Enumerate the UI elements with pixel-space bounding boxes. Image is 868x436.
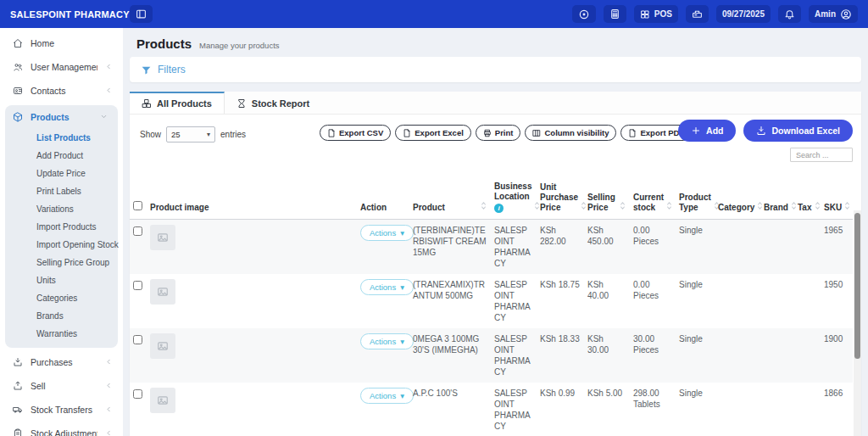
- sort-icon[interactable]: [480, 201, 487, 213]
- tab-all-products[interactable]: All Products: [130, 92, 225, 114]
- tab-stock-report[interactable]: Stock Report: [225, 92, 321, 114]
- sidebar-item-user-management[interactable]: User Management: [0, 55, 123, 79]
- cell-brand: [760, 328, 794, 383]
- sidebar-item-label: Purchases: [31, 357, 97, 367]
- filters-panel[interactable]: Filters: [130, 57, 861, 82]
- sidebar-item-list-products[interactable]: List Products: [5, 129, 118, 147]
- cell-action: Actions▾: [357, 383, 409, 436]
- export-csv-button[interactable]: Export CSV: [320, 125, 391, 141]
- sidebar-item-selling-price-group[interactable]: Selling Price Group: [5, 254, 118, 271]
- download-icon: [756, 126, 766, 136]
- tab-label: Stock Report: [252, 98, 309, 109]
- sidebar-item-import-opening-stock[interactable]: Import Opening Stock: [5, 236, 118, 254]
- row-checkbox[interactable]: [133, 281, 142, 290]
- user-menu[interactable]: Amin: [809, 5, 858, 23]
- column-header-action: Action: [357, 178, 409, 220]
- sidebar-item-units[interactable]: Units: [5, 271, 118, 289]
- show-label: Show: [140, 130, 161, 139]
- sort-icon[interactable]: [580, 201, 587, 213]
- chevron-left-icon: [105, 381, 113, 391]
- cell-category: [715, 383, 760, 436]
- export-excel-button[interactable]: Export Excel: [395, 125, 471, 141]
- clock-in-button[interactable]: [572, 5, 596, 23]
- sidebar-item-label: Products: [31, 112, 92, 122]
- home-icon: [13, 38, 23, 48]
- filter-icon: [141, 64, 152, 75]
- entries-select[interactable]: 25 ▾: [166, 126, 215, 143]
- date-display[interactable]: 09/27/2025: [716, 5, 771, 23]
- sidebar-item-categories[interactable]: Categories: [5, 289, 118, 307]
- actions-label: Actions: [370, 282, 396, 292]
- sidebar-item-variations[interactable]: Variations: [5, 200, 118, 218]
- row-checkbox[interactable]: [133, 335, 142, 344]
- add-button-label: Add: [706, 126, 723, 136]
- sidebar-item-brands[interactable]: Brands: [5, 307, 118, 325]
- column-label: Selling Price: [587, 193, 615, 212]
- download-excel-button[interactable]: Download Excel: [743, 120, 853, 142]
- product-image-placeholder: [150, 279, 175, 305]
- filters-label: Filters: [158, 64, 186, 75]
- pos-grid-icon: [640, 9, 650, 20]
- cell-tax: [794, 383, 821, 436]
- row-actions-button[interactable]: Actions▾: [360, 388, 414, 404]
- sidebar-item-home[interactable]: Home: [0, 31, 123, 55]
- cell-sku: 1950: [821, 274, 853, 328]
- row-checkbox[interactable]: [133, 389, 142, 399]
- sidebar-item-label: Home: [31, 38, 114, 48]
- actions-label: Actions: [370, 391, 396, 400]
- sidebar-toggle-button[interactable]: [130, 5, 153, 23]
- chevron-left-icon: [105, 62, 113, 72]
- column-visibility-button[interactable]: Column visibility: [525, 125, 616, 141]
- header-label-box: Product: [413, 203, 445, 213]
- search-input[interactable]: [790, 148, 853, 162]
- sort-icon[interactable]: [756, 201, 764, 213]
- cell-tax: [794, 220, 821, 275]
- sort-icon[interactable]: [814, 201, 821, 213]
- print-button[interactable]: Print: [476, 125, 521, 141]
- select-all-checkbox[interactable]: [133, 201, 142, 210]
- sidebar-item-label: Sell: [31, 381, 97, 391]
- vertical-scrollbar[interactable]: [854, 210, 861, 436]
- pos-button[interactable]: POS: [634, 5, 678, 23]
- cell-current-stock: 0.00 Pieces: [630, 220, 676, 275]
- header-label-box: Category: [718, 203, 754, 213]
- scrollbar-thumb[interactable]: [854, 213, 860, 359]
- sidebar-item-contacts[interactable]: Contacts: [0, 79, 123, 103]
- row-actions-button[interactable]: Actions▾: [360, 225, 414, 241]
- brand-area: SALESPOINT PHARMACY: [0, 9, 123, 20]
- sidebar-item-sell[interactable]: Sell: [0, 374, 123, 398]
- sidebar-item-add-product[interactable]: Add Product: [5, 147, 118, 165]
- cell-product-type: Single: [676, 220, 715, 275]
- header-cell: Product image: [150, 203, 353, 213]
- column-header-current-stock: Current stock: [630, 178, 676, 220]
- sidebar-item-products[interactable]: Products: [5, 105, 118, 129]
- sort-icon[interactable]: [790, 201, 798, 213]
- cell-brand: [760, 274, 794, 328]
- column-header-tax: Tax: [794, 178, 821, 220]
- circle-dot-icon: [578, 8, 590, 20]
- cell-category: [715, 274, 760, 328]
- sidebar-item-print-labels[interactable]: Print Labels: [5, 182, 118, 200]
- cell-product: A.P.C 100'S: [409, 383, 491, 436]
- calculator-button[interactable]: [604, 5, 626, 23]
- cash-register-button[interactable]: [686, 5, 709, 23]
- sort-icon[interactable]: [843, 201, 851, 213]
- sidebar-item-stock-transfers[interactable]: Stock Transfers: [0, 398, 123, 422]
- header-label-box: Brand: [764, 203, 788, 213]
- cell-product: 0MEGA 3 100MG 30'S (IMMEGHA): [409, 328, 491, 383]
- row-actions-button[interactable]: Actions▾: [360, 333, 414, 349]
- sidebar-item-purchases[interactable]: Purchases: [0, 350, 123, 374]
- sidebar-item-warranties[interactable]: Warranties: [5, 325, 118, 343]
- info-icon[interactable]: i: [494, 204, 504, 213]
- row-actions-button[interactable]: Actions▾: [360, 279, 414, 295]
- sort-icon[interactable]: [665, 201, 673, 213]
- column-label: Brand: [764, 203, 788, 212]
- add-product-button[interactable]: Add: [678, 120, 736, 142]
- sidebar-item-update-price[interactable]: Update Price: [5, 165, 118, 182]
- column-header-product-image: Product image: [147, 178, 357, 220]
- sort-icon[interactable]: [619, 201, 626, 213]
- sidebar-item-import-products[interactable]: Import Products: [5, 218, 118, 236]
- notifications-button[interactable]: [778, 5, 801, 23]
- sidebar-item-stock-adjustment[interactable]: Stock Adjustment: [0, 422, 123, 436]
- row-checkbox[interactable]: [133, 226, 142, 236]
